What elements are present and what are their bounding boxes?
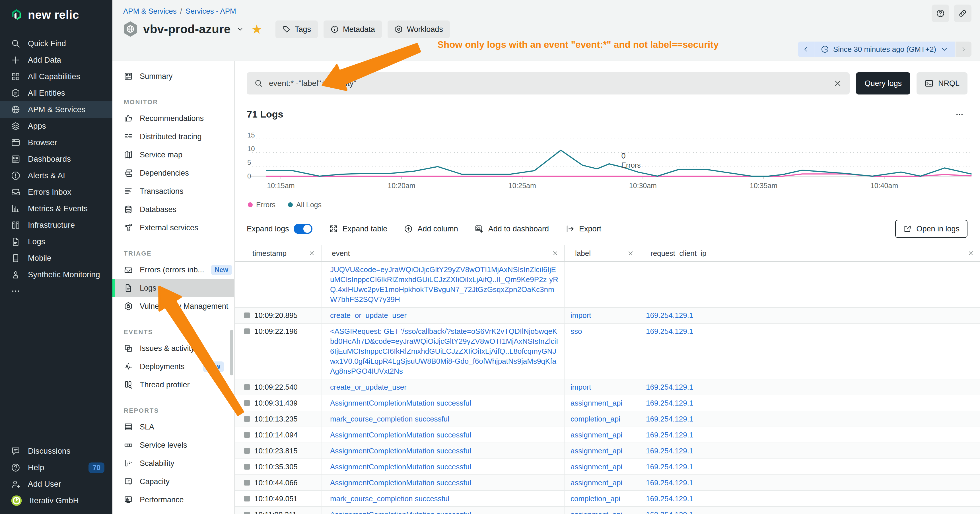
log-row[interactable]: 10:10:44.066AssignmentCompletionMutation… <box>235 475 980 491</box>
time-range-dropdown[interactable]: Since 30 minutes ago (GMT+2) <box>815 41 955 57</box>
entity-nav-item-thread-profiler[interactable]: Thread profiler <box>112 376 234 394</box>
label-link[interactable]: assignment_api <box>571 478 622 487</box>
global-nav-item-quick-find[interactable]: Quick Find <box>0 35 112 52</box>
column-header-label[interactable]: label <box>565 245 640 261</box>
row-select-square[interactable] <box>244 312 250 318</box>
row-select-square[interactable] <box>244 464 250 469</box>
entity-nav-item-vulnerability-management[interactable]: Vulnerability Management <box>112 297 234 315</box>
copy-link-button[interactable] <box>954 5 972 22</box>
global-nav-item-alerts-ai[interactable]: Alerts & AI <box>0 167 112 184</box>
row-select-square[interactable] <box>244 432 250 438</box>
help-button[interactable] <box>932 5 949 22</box>
log-row[interactable]: 10:09:22.196<ASGIRequest: GET '/sso/call… <box>235 324 980 379</box>
entity-nav-item-performance[interactable]: Performance <box>112 491 234 509</box>
remove-column-icon[interactable] <box>967 250 974 257</box>
time-range-back-button[interactable] <box>798 41 815 57</box>
log-search-input[interactable] <box>268 78 828 88</box>
ip-link[interactable]: 169.254.129.1 <box>646 510 693 514</box>
row-select-square[interactable] <box>244 400 250 406</box>
breadcrumb-services-apm[interactable]: Services - APM <box>186 7 236 16</box>
entity-nav-item-external-services[interactable]: External services <box>112 219 234 237</box>
log-row[interactable]: 10:09:22.540create_or_update_userimport1… <box>235 379 980 395</box>
global-footer-item-help[interactable]: Help70 <box>0 459 112 476</box>
global-nav-item-all-entities[interactable]: All Entities <box>0 85 112 101</box>
remove-column-icon[interactable] <box>552 250 558 257</box>
entity-nav-item-capacity[interactable]: Capacity <box>112 473 234 491</box>
global-nav-item-mobile[interactable]: Mobile <box>0 250 112 266</box>
remove-column-icon[interactable] <box>309 250 315 257</box>
ip-link[interactable]: 169.254.129.1 <box>646 311 693 320</box>
remove-column-icon[interactable] <box>627 250 634 257</box>
add-column-button[interactable]: Add column <box>404 224 458 233</box>
label-link[interactable]: import <box>571 383 591 391</box>
global-nav-item-apps[interactable]: Apps <box>0 118 112 134</box>
entity-nav-item-transactions[interactable]: Transactions <box>112 182 234 201</box>
title-chevron-down-icon[interactable] <box>237 25 244 33</box>
label-link[interactable]: completion_api <box>571 494 620 503</box>
event-link[interactable]: create_or_update_user <box>330 383 407 391</box>
ip-link[interactable]: 169.254.129.1 <box>646 383 693 391</box>
log-row[interactable]: 10:10:13.235mark_course_completion succe… <box>235 411 980 427</box>
log-row[interactable]: 10:11:00.311AssignmentCompletionMutation… <box>235 507 980 514</box>
clear-search-icon[interactable] <box>833 79 842 88</box>
label-link[interactable]: sso <box>571 327 582 336</box>
event-link[interactable]: mark_course_completion successful <box>330 415 449 423</box>
label-link[interactable]: completion_api <box>571 415 620 423</box>
legend-item-errors[interactable]: Errors <box>248 201 275 209</box>
event-link[interactable]: AssignmentCompletionMutation successful <box>330 478 471 487</box>
workloads-button[interactable]: Workloads <box>388 21 450 38</box>
global-nav-item-metrics-events[interactable]: Metrics & Events <box>0 201 112 217</box>
global-footer-item-add-user[interactable]: Add User <box>0 476 112 492</box>
event-link[interactable]: AssignmentCompletionMutation successful <box>330 431 471 439</box>
event-link[interactable]: <ASGIRequest: GET '/sso/callback/?state=… <box>330 327 558 376</box>
label-link[interactable]: assignment_api <box>571 463 622 471</box>
row-select-square[interactable] <box>244 496 250 501</box>
event-link[interactable]: AssignmentCompletionMutation successful <box>330 463 471 471</box>
event-link[interactable]: mark_course_completion successful <box>330 494 449 503</box>
ip-link[interactable]: 169.254.129.1 <box>646 415 693 423</box>
global-nav-item-all-capabilities[interactable]: All Capabilities <box>0 68 112 85</box>
favorite-star-icon[interactable]: ★ <box>251 23 262 36</box>
entity-nav-item-summary[interactable]: Summary <box>112 67 234 85</box>
global-footer-item-iterativ-gmbh[interactable]: Iterativ GmbH <box>0 492 112 509</box>
expand-logs-toggle[interactable] <box>294 224 312 234</box>
event-link[interactable]: AssignmentCompletionMutation successful <box>330 399 471 407</box>
new-relic-logo[interactable]: new relic <box>0 0 112 22</box>
label-link[interactable]: assignment_api <box>571 447 622 455</box>
ip-link[interactable]: 169.254.129.1 <box>646 431 693 439</box>
label-link[interactable]: assignment_api <box>571 431 622 439</box>
legend-item-all-logs[interactable]: All Logs <box>288 201 321 209</box>
ip-link[interactable]: 169.254.129.1 <box>646 447 693 455</box>
global-nav-item-add-data[interactable]: Add Data <box>0 52 112 68</box>
row-select-square[interactable] <box>244 512 250 514</box>
entity-nav-item-service-levels[interactable]: Service levels <box>112 436 234 454</box>
global-nav-item-logs[interactable]: Logs <box>0 233 112 250</box>
row-select-square[interactable] <box>244 384 250 390</box>
metadata-button[interactable]: Metadata <box>323 21 382 38</box>
label-link[interactable]: import <box>571 311 591 320</box>
entity-nav-item-service-map[interactable]: Service map <box>112 146 234 164</box>
event-link[interactable]: AssignmentCompletionMutation successful <box>330 447 471 455</box>
global-nav-item-browser[interactable]: Browser <box>0 134 112 151</box>
open-in-logs-button[interactable]: Open in logs <box>895 220 967 238</box>
row-select-square[interactable] <box>244 328 250 334</box>
row-select-square[interactable] <box>244 480 250 485</box>
expand-table-button[interactable]: Expand table <box>329 224 388 233</box>
log-row[interactable]: 10:10:49.051mark_course_completion succe… <box>235 491 980 507</box>
label-link[interactable]: assignment_api <box>571 399 622 407</box>
time-range-forward-button[interactable] <box>956 41 972 57</box>
query-logs-button[interactable]: Query logs <box>856 72 910 94</box>
global-nav-item-overflow[interactable] <box>0 283 112 299</box>
column-header-timestamp[interactable]: timestamp <box>235 245 321 261</box>
entity-nav-item-databases[interactable]: Databases <box>112 201 234 219</box>
ip-link[interactable]: 169.254.129.1 <box>646 327 693 336</box>
log-row[interactable]: 10:09:20.895create_or_update_userimport1… <box>235 308 980 324</box>
global-nav-item-synthetic-monitoring[interactable]: Synthetic Monitoring <box>0 266 112 283</box>
entity-nav-item-errors-errors-inb[interactable]: Errors (errors inb...New <box>112 261 234 279</box>
global-footer-item-discussions[interactable]: Discussions <box>0 443 112 459</box>
entity-nav-item-sla[interactable]: SLA <box>112 418 234 436</box>
row-select-square[interactable] <box>244 416 250 422</box>
entity-nav-item-distributed-tracing[interactable]: Distributed tracing <box>112 127 234 146</box>
tags-button[interactable]: Tags <box>275 21 318 38</box>
event-link[interactable]: create_or_update_user <box>330 311 407 320</box>
